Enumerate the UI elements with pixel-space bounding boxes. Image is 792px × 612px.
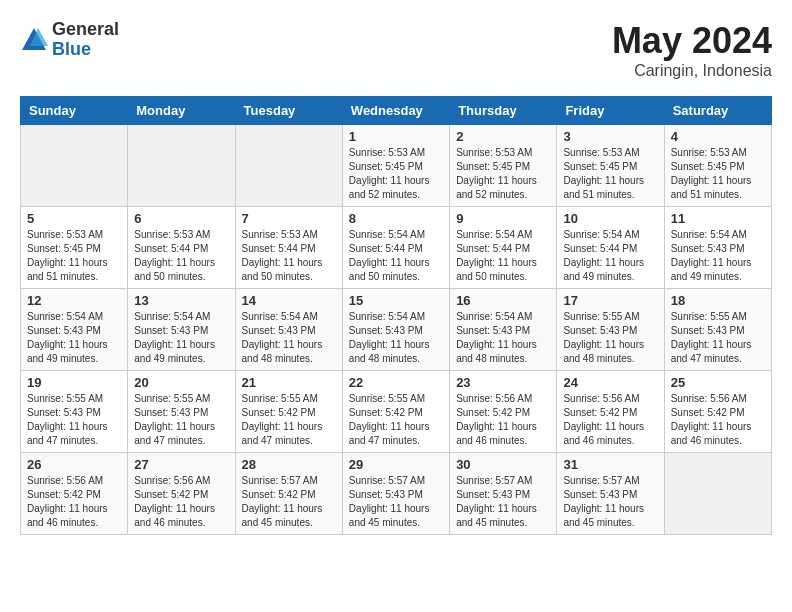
day-info: Sunrise: 5:54 AM Sunset: 5:43 PM Dayligh… bbox=[242, 310, 336, 366]
calendar-cell: 20Sunrise: 5:55 AM Sunset: 5:43 PM Dayli… bbox=[128, 371, 235, 453]
day-number: 24 bbox=[563, 375, 657, 390]
day-number: 1 bbox=[349, 129, 443, 144]
day-info: Sunrise: 5:53 AM Sunset: 5:45 PM Dayligh… bbox=[563, 146, 657, 202]
day-number: 3 bbox=[563, 129, 657, 144]
day-number: 2 bbox=[456, 129, 550, 144]
day-number: 9 bbox=[456, 211, 550, 226]
day-number: 16 bbox=[456, 293, 550, 308]
calendar-cell: 19Sunrise: 5:55 AM Sunset: 5:43 PM Dayli… bbox=[21, 371, 128, 453]
calendar-cell: 8Sunrise: 5:54 AM Sunset: 5:44 PM Daylig… bbox=[342, 207, 449, 289]
calendar-cell bbox=[21, 125, 128, 207]
day-info: Sunrise: 5:56 AM Sunset: 5:42 PM Dayligh… bbox=[671, 392, 765, 448]
day-info: Sunrise: 5:57 AM Sunset: 5:43 PM Dayligh… bbox=[563, 474, 657, 530]
header-wednesday: Wednesday bbox=[342, 97, 449, 125]
day-number: 30 bbox=[456, 457, 550, 472]
day-info: Sunrise: 5:54 AM Sunset: 5:44 PM Dayligh… bbox=[563, 228, 657, 284]
calendar-cell: 7Sunrise: 5:53 AM Sunset: 5:44 PM Daylig… bbox=[235, 207, 342, 289]
calendar-week-4: 19Sunrise: 5:55 AM Sunset: 5:43 PM Dayli… bbox=[21, 371, 772, 453]
day-info: Sunrise: 5:56 AM Sunset: 5:42 PM Dayligh… bbox=[563, 392, 657, 448]
day-info: Sunrise: 5:53 AM Sunset: 5:45 PM Dayligh… bbox=[349, 146, 443, 202]
day-number: 20 bbox=[134, 375, 228, 390]
day-number: 27 bbox=[134, 457, 228, 472]
calendar-cell: 5Sunrise: 5:53 AM Sunset: 5:45 PM Daylig… bbox=[21, 207, 128, 289]
day-info: Sunrise: 5:56 AM Sunset: 5:42 PM Dayligh… bbox=[27, 474, 121, 530]
day-number: 8 bbox=[349, 211, 443, 226]
calendar-cell: 23Sunrise: 5:56 AM Sunset: 5:42 PM Dayli… bbox=[450, 371, 557, 453]
logo-general: General bbox=[52, 20, 119, 40]
calendar-cell: 16Sunrise: 5:54 AM Sunset: 5:43 PM Dayli… bbox=[450, 289, 557, 371]
day-info: Sunrise: 5:53 AM Sunset: 5:44 PM Dayligh… bbox=[242, 228, 336, 284]
calendar-cell: 24Sunrise: 5:56 AM Sunset: 5:42 PM Dayli… bbox=[557, 371, 664, 453]
calendar-cell: 9Sunrise: 5:54 AM Sunset: 5:44 PM Daylig… bbox=[450, 207, 557, 289]
calendar-cell: 21Sunrise: 5:55 AM Sunset: 5:42 PM Dayli… bbox=[235, 371, 342, 453]
calendar-cell: 15Sunrise: 5:54 AM Sunset: 5:43 PM Dayli… bbox=[342, 289, 449, 371]
calendar-cell: 28Sunrise: 5:57 AM Sunset: 5:42 PM Dayli… bbox=[235, 453, 342, 535]
day-info: Sunrise: 5:55 AM Sunset: 5:42 PM Dayligh… bbox=[349, 392, 443, 448]
day-info: Sunrise: 5:53 AM Sunset: 5:44 PM Dayligh… bbox=[134, 228, 228, 284]
day-number: 4 bbox=[671, 129, 765, 144]
day-number: 6 bbox=[134, 211, 228, 226]
day-number: 22 bbox=[349, 375, 443, 390]
day-info: Sunrise: 5:54 AM Sunset: 5:44 PM Dayligh… bbox=[349, 228, 443, 284]
day-info: Sunrise: 5:57 AM Sunset: 5:42 PM Dayligh… bbox=[242, 474, 336, 530]
logo-blue: Blue bbox=[52, 40, 119, 60]
day-info: Sunrise: 5:55 AM Sunset: 5:43 PM Dayligh… bbox=[27, 392, 121, 448]
day-number: 15 bbox=[349, 293, 443, 308]
location: Caringin, Indonesia bbox=[612, 62, 772, 80]
calendar-cell: 11Sunrise: 5:54 AM Sunset: 5:43 PM Dayli… bbox=[664, 207, 771, 289]
day-info: Sunrise: 5:57 AM Sunset: 5:43 PM Dayligh… bbox=[349, 474, 443, 530]
day-number: 31 bbox=[563, 457, 657, 472]
day-number: 12 bbox=[27, 293, 121, 308]
calendar-cell: 22Sunrise: 5:55 AM Sunset: 5:42 PM Dayli… bbox=[342, 371, 449, 453]
logo-icon bbox=[20, 26, 48, 54]
day-number: 17 bbox=[563, 293, 657, 308]
calendar-week-5: 26Sunrise: 5:56 AM Sunset: 5:42 PM Dayli… bbox=[21, 453, 772, 535]
calendar-cell: 12Sunrise: 5:54 AM Sunset: 5:43 PM Dayli… bbox=[21, 289, 128, 371]
day-number: 19 bbox=[27, 375, 121, 390]
calendar-cell: 29Sunrise: 5:57 AM Sunset: 5:43 PM Dayli… bbox=[342, 453, 449, 535]
day-info: Sunrise: 5:53 AM Sunset: 5:45 PM Dayligh… bbox=[456, 146, 550, 202]
calendar-cell bbox=[664, 453, 771, 535]
day-number: 25 bbox=[671, 375, 765, 390]
calendar-cell: 25Sunrise: 5:56 AM Sunset: 5:42 PM Dayli… bbox=[664, 371, 771, 453]
header-thursday: Thursday bbox=[450, 97, 557, 125]
day-number: 26 bbox=[27, 457, 121, 472]
calendar-cell: 4Sunrise: 5:53 AM Sunset: 5:45 PM Daylig… bbox=[664, 125, 771, 207]
header-friday: Friday bbox=[557, 97, 664, 125]
days-header-row: SundayMondayTuesdayWednesdayThursdayFrid… bbox=[21, 97, 772, 125]
day-number: 5 bbox=[27, 211, 121, 226]
calendar-cell: 14Sunrise: 5:54 AM Sunset: 5:43 PM Dayli… bbox=[235, 289, 342, 371]
day-info: Sunrise: 5:56 AM Sunset: 5:42 PM Dayligh… bbox=[456, 392, 550, 448]
calendar-week-1: 1Sunrise: 5:53 AM Sunset: 5:45 PM Daylig… bbox=[21, 125, 772, 207]
day-info: Sunrise: 5:55 AM Sunset: 5:43 PM Dayligh… bbox=[563, 310, 657, 366]
day-info: Sunrise: 5:54 AM Sunset: 5:43 PM Dayligh… bbox=[349, 310, 443, 366]
day-number: 7 bbox=[242, 211, 336, 226]
calendar-cell: 10Sunrise: 5:54 AM Sunset: 5:44 PM Dayli… bbox=[557, 207, 664, 289]
header-tuesday: Tuesday bbox=[235, 97, 342, 125]
calendar-cell: 31Sunrise: 5:57 AM Sunset: 5:43 PM Dayli… bbox=[557, 453, 664, 535]
logo: General Blue bbox=[20, 20, 119, 60]
day-number: 11 bbox=[671, 211, 765, 226]
day-info: Sunrise: 5:53 AM Sunset: 5:45 PM Dayligh… bbox=[27, 228, 121, 284]
calendar-cell bbox=[128, 125, 235, 207]
calendar-cell: 3Sunrise: 5:53 AM Sunset: 5:45 PM Daylig… bbox=[557, 125, 664, 207]
day-info: Sunrise: 5:54 AM Sunset: 5:43 PM Dayligh… bbox=[27, 310, 121, 366]
page-header: General Blue May 2024 Caringin, Indonesi… bbox=[20, 20, 772, 80]
calendar-week-3: 12Sunrise: 5:54 AM Sunset: 5:43 PM Dayli… bbox=[21, 289, 772, 371]
calendar-cell: 1Sunrise: 5:53 AM Sunset: 5:45 PM Daylig… bbox=[342, 125, 449, 207]
calendar-cell: 27Sunrise: 5:56 AM Sunset: 5:42 PM Dayli… bbox=[128, 453, 235, 535]
day-info: Sunrise: 5:56 AM Sunset: 5:42 PM Dayligh… bbox=[134, 474, 228, 530]
day-number: 28 bbox=[242, 457, 336, 472]
calendar-cell bbox=[235, 125, 342, 207]
day-number: 14 bbox=[242, 293, 336, 308]
calendar-cell: 30Sunrise: 5:57 AM Sunset: 5:43 PM Dayli… bbox=[450, 453, 557, 535]
day-number: 18 bbox=[671, 293, 765, 308]
day-number: 10 bbox=[563, 211, 657, 226]
logo-text: General Blue bbox=[52, 20, 119, 60]
month-title: May 2024 bbox=[612, 20, 772, 62]
day-info: Sunrise: 5:54 AM Sunset: 5:44 PM Dayligh… bbox=[456, 228, 550, 284]
day-number: 21 bbox=[242, 375, 336, 390]
calendar-table: SundayMondayTuesdayWednesdayThursdayFrid… bbox=[20, 96, 772, 535]
header-monday: Monday bbox=[128, 97, 235, 125]
calendar-cell: 26Sunrise: 5:56 AM Sunset: 5:42 PM Dayli… bbox=[21, 453, 128, 535]
